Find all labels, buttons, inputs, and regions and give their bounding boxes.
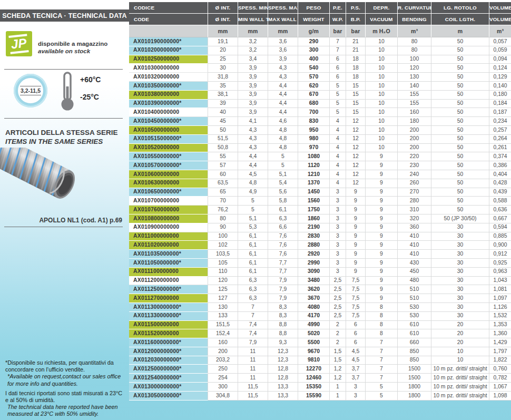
footnotes: *Disponibile su richiesta, per quantitat… — [5, 359, 125, 418]
value-cell: 30 — [431, 223, 489, 232]
footnote-measured-it: I dati tecnici riportati sono stati misu… — [5, 390, 125, 404]
value-cell: 4,4 — [238, 152, 268, 161]
value-cell: 9 — [366, 285, 398, 294]
value-cell: 50 (JP 30/50) — [431, 214, 489, 223]
value-cell: 3,9 — [238, 64, 268, 73]
table-row: AX01052000000050,84,34,897041210200500,2… — [129, 144, 511, 153]
value-cell: 10 — [366, 55, 398, 64]
code-cell: AX011100000000 — [129, 268, 208, 277]
value-cell: 10 — [366, 126, 398, 135]
value-cell: 410 — [398, 250, 431, 259]
code-cell: AX013050000000* — [129, 392, 208, 401]
value-cell: 0,059 — [489, 46, 511, 55]
value-cell: 5 — [330, 82, 346, 91]
value-cell: 1,081 — [489, 285, 511, 294]
value-cell: 9 — [366, 214, 398, 223]
value-cell: 20 — [431, 321, 489, 330]
value-cell: 12,8 — [268, 374, 298, 383]
value-cell: 3 — [330, 223, 346, 232]
value-cell: 4,1 — [238, 117, 268, 126]
value-cell: 13,3 — [268, 383, 298, 392]
value-cell: 30 — [431, 241, 489, 250]
value-cell: 2 — [330, 338, 346, 347]
diameter-range-value: 3,2-11,5 — [20, 86, 41, 95]
table-row: AX010800000000805,16,3186039932050 (JP 3… — [129, 214, 511, 223]
value-cell: 5 — [366, 392, 398, 401]
value-cell: 6,1 — [238, 241, 268, 250]
header-row-units: mmmmmmg/mbarbarm H₂Om³mm³ — [129, 25, 511, 37]
value-cell: 21 — [346, 46, 366, 55]
value-cell: 3480 — [298, 277, 330, 286]
value-cell: 0,667 — [489, 214, 511, 223]
value-cell: 240 — [398, 170, 431, 179]
code-cell: AX010900000000 — [129, 223, 208, 232]
value-cell: 5,6 — [268, 188, 298, 197]
value-cell: 510 — [398, 285, 431, 294]
value-cell: 11 — [238, 365, 268, 374]
value-cell: 8 — [366, 303, 398, 312]
value-cell: 510 — [398, 294, 431, 303]
value-cell: 480 — [398, 277, 431, 286]
value-cell: 1,353 — [489, 321, 511, 330]
value-cell: 0,439 — [489, 188, 511, 197]
value-cell: 12 — [346, 170, 366, 179]
value-cell: 10 m pz. dritti/ straight — [431, 392, 489, 401]
value-cell: 850 — [398, 347, 431, 356]
value-cell: 50 — [431, 135, 489, 144]
value-cell: 9,3 — [268, 338, 298, 347]
value-cell: 3 — [330, 197, 346, 206]
value-cell: 12,8 — [268, 365, 298, 374]
table-row: AX010390000000*393,94,468051510155500,18… — [129, 100, 511, 109]
column-header: m H₂O — [366, 25, 398, 37]
value-cell: 9 — [366, 294, 398, 303]
value-cell: 9 — [346, 206, 366, 214]
column-header: P.S. — [346, 2, 366, 14]
value-cell: 1450 — [298, 188, 330, 197]
value-cell: 6,1 — [238, 232, 268, 241]
code-cell: AX010390000000* — [129, 100, 208, 109]
value-cell: 140 — [398, 82, 431, 91]
value-cell: 4 — [330, 170, 346, 179]
value-cell: 3 — [330, 188, 346, 197]
code-cell: AX010570000000* — [129, 161, 208, 170]
value-cell: 2990 — [298, 259, 330, 268]
value-cell: 540 — [298, 64, 330, 73]
value-cell: 0,900 — [489, 241, 511, 250]
column-header: m — [431, 25, 489, 37]
sidebar: SCHEDA TECNICA · TECHNICAL DATA JP dispo… — [0, 0, 129, 420]
value-cell: 38,1 — [208, 91, 238, 100]
value-cell: 20 — [431, 329, 489, 338]
value-cell: 10 — [366, 100, 398, 109]
code-cell: AX010520000000 — [129, 144, 208, 153]
value-cell: 3,9 — [238, 91, 268, 100]
value-cell: 50 — [431, 37, 489, 46]
code-cell: AX012000000000* — [129, 347, 208, 356]
table-row: AX011600000000*1607,99,35500267660201,42… — [129, 338, 511, 347]
value-cell: 120 — [398, 64, 431, 73]
value-cell: 12270 — [298, 365, 330, 374]
value-cell: 2190 — [298, 223, 330, 232]
value-cell: 9 — [366, 161, 398, 170]
same-series-heading: ARTICOLI DELLA STESSA SERIE ITEMS IN THE… — [5, 128, 118, 146]
value-cell: 9 — [366, 152, 398, 161]
table-row: AX01032000000031,83,94,357061810130500,1… — [129, 73, 511, 82]
value-cell: 6 — [346, 321, 366, 330]
column-header: Ø INT. — [208, 2, 238, 14]
column-header — [129, 25, 208, 37]
value-cell: 39 — [208, 100, 238, 109]
column-header: VOLUME — [489, 2, 511, 14]
stock-availability-it: disponibile a magazzino — [38, 40, 107, 47]
value-cell: 12 — [346, 144, 366, 153]
value-cell: 4,8 — [268, 135, 298, 144]
value-cell: 7,5 — [346, 294, 366, 303]
value-cell: 50 — [431, 46, 489, 55]
value-cell: 0,386 — [489, 161, 511, 170]
value-cell: 50 — [431, 73, 489, 82]
value-cell: 10 m pz. dritti/ straight — [431, 374, 489, 383]
value-cell: 155 — [398, 91, 431, 100]
value-cell: 4,3 — [238, 135, 268, 144]
column-header: SPESS. MIN. — [238, 2, 268, 14]
divider — [4, 227, 123, 227]
value-cell: 13,3 — [268, 392, 298, 401]
table-row: AX010650000000*654,95,61450399270500,439 — [129, 188, 511, 197]
